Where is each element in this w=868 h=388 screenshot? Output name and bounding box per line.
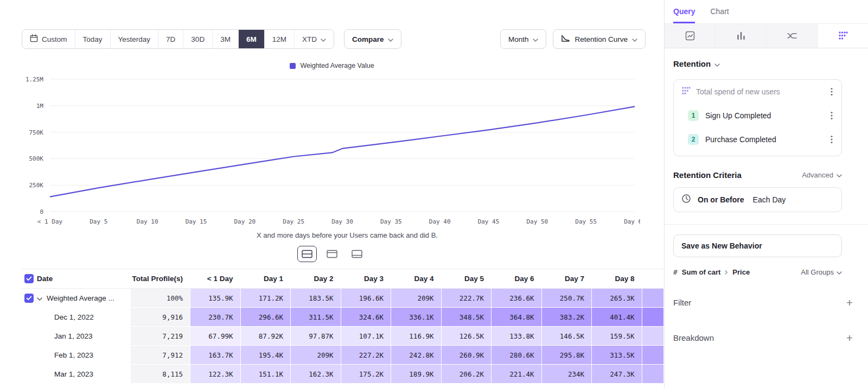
svg-text:Day 35: Day 35 <box>380 218 402 225</box>
expand-chevron-icon[interactable] <box>37 294 42 302</box>
date-range-label: Today <box>83 35 103 43</box>
criteria-card[interactable]: On or Before Each Day <box>673 187 842 212</box>
chart-type-switcher <box>665 23 868 48</box>
chart-type-dropdown[interactable]: Retention Curve <box>553 29 646 49</box>
bar-chart-icon[interactable] <box>715 24 766 48</box>
row-checkbox-cell <box>22 308 37 327</box>
criteria-condition: On or Before <box>698 195 744 204</box>
measure-property: Sum of cart <box>682 268 721 276</box>
date-range-label: Custom <box>42 35 67 43</box>
svg-text:Day 40: Day 40 <box>429 218 451 225</box>
kebab-menu-icon[interactable] <box>828 86 835 97</box>
table-rows-layout-toggle[interactable] <box>297 246 317 262</box>
value-cell: 295.8K <box>541 346 592 365</box>
row-label: Weighted Average ... <box>47 294 114 302</box>
value-cell: 265.3K <box>591 289 642 308</box>
total-profiles-cell: 8,115 <box>130 365 190 384</box>
flows-icon[interactable] <box>766 24 817 48</box>
value-cell: 116.9K <box>391 327 441 346</box>
value-cell: 247.3K <box>591 365 642 384</box>
save-as-new-behavior-button[interactable]: Save as New Behavior <box>673 234 842 257</box>
column-header: Total Profile(s) <box>130 269 190 288</box>
date-range-label: 6M <box>246 35 257 43</box>
kebab-menu-icon[interactable] <box>828 134 835 145</box>
chevron-down-icon <box>837 171 842 179</box>
step-number-badge: 2 <box>688 134 699 145</box>
date-range-yesterday[interactable]: Yesterday <box>110 30 158 48</box>
add-filter-button[interactable]: + <box>846 297 853 308</box>
chevron-down-icon <box>837 268 842 276</box>
date-range-custom[interactable]: Custom <box>22 30 75 48</box>
tab-chart[interactable]: Chart <box>710 7 729 23</box>
date-range-label: 3M <box>220 35 231 43</box>
svg-text:Day 20: Day 20 <box>234 218 256 225</box>
column-header: < 1 Day <box>190 269 240 288</box>
total-profiles-cell: 100% <box>130 289 190 308</box>
date-range-6m[interactable]: 6M <box>238 30 264 48</box>
behavior-steps: 1Sign Up Completed2Purchase Completed <box>674 104 841 151</box>
date-range-today[interactable]: Today <box>75 30 110 48</box>
date-range-label: Yesterday <box>118 35 151 43</box>
chevron-down-icon <box>321 35 326 43</box>
value-cell: 209K <box>391 289 441 308</box>
behavior-header[interactable]: Total spend of new users <box>674 80 841 104</box>
compare-button[interactable]: Compare <box>344 29 402 49</box>
table-row: Feb 1, 20237,912163.7K195.4K209K227.2K24… <box>22 346 663 365</box>
add-breakdown-button[interactable]: + <box>846 332 853 344</box>
checkbox-checked[interactable] <box>24 294 34 303</box>
value-cell: 234K <box>541 365 592 384</box>
measure-row[interactable]: # Sum of cart Price All Groups <box>673 268 842 276</box>
date-range-label: 30D <box>191 35 205 43</box>
value-cell: 324.6K <box>341 308 391 327</box>
kebab-menu-icon[interactable] <box>828 110 835 121</box>
retention-criteria-label: Retention Criteria <box>673 170 742 180</box>
divider <box>665 224 868 225</box>
column-header: Day 3 <box>341 269 391 288</box>
date-range-7d[interactable]: 7D <box>158 30 183 48</box>
date-range-group: CustomTodayYesterday7D30D3M6M12MXTD <box>22 29 334 49</box>
advanced-dropdown[interactable]: Advanced <box>802 171 842 179</box>
value-cell: 364.8K <box>491 308 541 327</box>
value-cell: 383.2K <box>541 308 592 327</box>
date-range-30d[interactable]: 30D <box>183 30 212 48</box>
svg-text:0: 0 <box>40 208 43 215</box>
date-cell[interactable]: Mar 1, 2023 <box>37 365 130 384</box>
table-header-layout-toggle[interactable] <box>322 246 342 262</box>
value-cell: 209K <box>290 346 341 365</box>
filter-section: Filter + <box>673 297 853 308</box>
date-range-label: XTD <box>302 35 317 43</box>
checkbox-checked[interactable] <box>24 274 34 283</box>
svg-text:1M: 1M <box>36 103 44 110</box>
table-footer-layout-toggle[interactable] <box>347 246 367 262</box>
retention-curve-icon <box>561 35 570 44</box>
date-cell[interactable]: Dec 1, 2022 <box>37 308 130 327</box>
criteria-value: Each Day <box>753 195 786 204</box>
behavior-step[interactable]: 2Purchase Completed <box>674 128 841 151</box>
retention-section-header[interactable]: Retention <box>673 59 853 68</box>
granularity-dropdown[interactable]: Month <box>500 29 547 49</box>
retention-icon[interactable] <box>817 24 868 48</box>
svg-text:Day 60: Day 60 <box>624 218 640 225</box>
tab-query[interactable]: Query <box>673 7 695 23</box>
all-groups-dropdown[interactable]: All Groups <box>801 268 842 276</box>
value-cell: 296.6K <box>240 308 291 327</box>
row-label: Feb 1, 2023 <box>37 351 93 359</box>
date-cell[interactable]: Feb 1, 2023 <box>37 346 130 365</box>
step-number-badge: 1 <box>688 110 699 121</box>
calendar-icon <box>30 34 38 44</box>
value-cell: 250.7K <box>541 289 592 308</box>
date-range-label: 12M <box>272 35 286 43</box>
header-checkbox-cell <box>22 269 37 288</box>
date-cell[interactable]: Weighted Average ... <box>37 289 130 308</box>
insights-chart-icon[interactable] <box>665 24 715 48</box>
behavior-step[interactable]: 1Sign Up Completed <box>674 104 841 128</box>
date-cell[interactable]: Jan 1, 2023 <box>37 327 130 346</box>
value-cell: 242.8K <box>391 346 441 365</box>
value-cell: 336.1K <box>391 308 441 327</box>
date-range-12m[interactable]: 12M <box>264 30 294 48</box>
behavior-card: Total spend of new users 1Sign Up Comple… <box>673 79 842 156</box>
date-range-3m[interactable]: 3M <box>212 30 238 48</box>
date-range-xtd[interactable]: XTD <box>294 30 334 48</box>
svg-text:Day 25: Day 25 <box>283 218 304 225</box>
step-label: Purchase Completed <box>705 135 822 144</box>
